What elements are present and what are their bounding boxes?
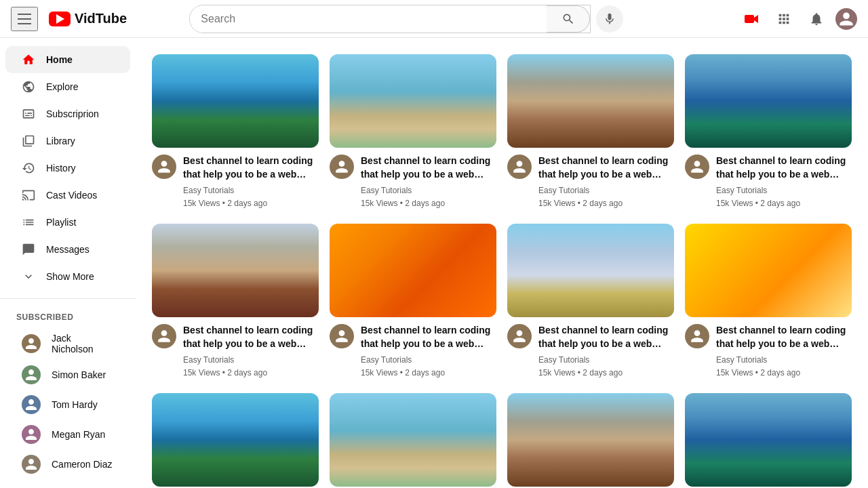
sidebar-label-messages: Messages — [46, 244, 90, 255]
video-stats: 15k Views • 2 days ago — [716, 367, 852, 380]
header-right — [738, 5, 857, 33]
layout: Home Explore Subscriprion Library Histor… — [0, 0, 868, 488]
notifications-button[interactable] — [803, 5, 830, 33]
video-title: Best channel to learn coding that help y… — [538, 155, 674, 181]
video-stats: 15k Views • 2 days ago — [183, 367, 319, 380]
sidebar-item-showmore[interactable]: Show More — [5, 263, 130, 290]
video-stats: 15k Views • 2 days ago — [361, 367, 496, 380]
avatar[interactable] — [835, 8, 857, 30]
explore-icon — [22, 80, 35, 94]
sidebar-item-playlist[interactable]: Playlist — [5, 209, 130, 236]
sidebar-item-cast[interactable]: Cast Videos — [5, 182, 130, 209]
video-thumbnail — [507, 54, 674, 148]
menu-button[interactable] — [11, 7, 38, 31]
sidebar-item-explore[interactable]: Explore — [5, 73, 130, 100]
channel-avatar — [507, 155, 532, 179]
video-channel: Easy Tutorials — [538, 184, 674, 197]
video-thumbnail — [507, 224, 674, 317]
video-card[interactable]: Best channel to learn coding that help y… — [685, 224, 852, 382]
search-button[interactable] — [547, 5, 590, 33]
video-channel: Easy Tutorials — [538, 354, 674, 367]
subscribed-item-simon[interactable]: Simon Baker — [5, 360, 130, 390]
video-card[interactable]: Best channel to learn coding that help y… — [330, 393, 496, 488]
main-content: Best channel to learn coding that help y… — [136, 38, 868, 488]
subscribed-name-cameron: Cameron Diaz — [52, 459, 112, 470]
logo[interactable]: VidTube — [49, 11, 127, 26]
video-details: Best channel to learn coding that help y… — [183, 324, 319, 380]
playlist-icon — [22, 216, 35, 229]
sidebar-item-library[interactable]: Library — [5, 127, 130, 155]
sidebar-item-messages[interactable]: Messages — [5, 236, 130, 263]
subscribed-item-tom[interactable]: Tom Hardy — [5, 390, 130, 420]
home-icon — [22, 53, 35, 66]
bell-icon — [809, 12, 824, 26]
search-icon — [561, 12, 575, 26]
video-details: Best channel to learn coding that help y… — [716, 155, 852, 210]
video-thumbnail — [685, 54, 852, 148]
sidebar-label-explore: Explore — [46, 81, 78, 92]
sidebar: Home Explore Subscriprion Library Histor… — [0, 38, 136, 488]
logo-play-icon — [56, 14, 64, 24]
sidebar-label-showmore: Show More — [46, 271, 94, 282]
subscribed-item-megan[interactable]: Megan Ryan — [5, 420, 130, 449]
video-card[interactable]: Best channel to learn coding that help y… — [330, 54, 496, 213]
video-card[interactable]: Best channel to learn coding that help y… — [685, 54, 852, 213]
video-card[interactable]: Best channel to learn coding that help y… — [330, 224, 496, 382]
video-card[interactable]: Best channel to learn coding that help y… — [152, 224, 319, 382]
video-info: Best channel to learn coding that help y… — [685, 148, 852, 213]
logo-text: VidTube — [75, 11, 127, 26]
sub-avatar-megan — [22, 425, 41, 444]
video-info: Best channel to learn coding that help y… — [507, 148, 674, 213]
video-card[interactable]: Best channel to learn coding that help y… — [152, 393, 319, 488]
subscribed-item-jack[interactable]: Jack Nicholson — [5, 327, 130, 360]
search-area — [189, 5, 623, 33]
subscribed-name-megan: Megan Ryan — [52, 429, 105, 440]
video-stats: 15k Views • 2 days ago — [183, 197, 319, 210]
video-title: Best channel to learn coding that help y… — [361, 324, 496, 350]
create-icon — [743, 11, 760, 27]
apps-button[interactable] — [770, 5, 797, 33]
mic-icon — [603, 12, 616, 26]
messages-icon — [22, 243, 35, 256]
sidebar-label-playlist: Playlist — [46, 217, 76, 228]
video-card[interactable]: Best channel to learn coding that help y… — [507, 54, 674, 213]
sidebar-item-home[interactable]: Home — [5, 46, 130, 73]
video-info: Best channel to learn coding that help y… — [330, 148, 496, 213]
history-icon — [22, 161, 35, 175]
video-details: Best channel to learn coding that help y… — [538, 155, 674, 210]
video-thumbnail — [152, 54, 319, 148]
video-thumbnail — [152, 393, 319, 487]
search-form — [189, 5, 591, 33]
video-title: Best channel to learn coding that help y… — [361, 155, 496, 181]
video-thumbnail — [685, 224, 852, 317]
header: VidTube — [0, 0, 868, 38]
video-channel: Easy Tutorials — [183, 184, 319, 197]
video-stats: 15k Views • 2 days ago — [538, 197, 674, 210]
sidebar-label-home: Home — [46, 54, 73, 65]
channel-avatar — [330, 324, 354, 348]
video-card[interactable]: Best channel to learn coding that help y… — [507, 393, 674, 488]
subscribed-section-title: SUBSCRIBED — [0, 307, 136, 327]
header-left: VidTube — [11, 7, 127, 31]
video-card[interactable]: Best channel to learn coding that help y… — [685, 393, 852, 488]
video-channel: Easy Tutorials — [361, 184, 496, 197]
video-card[interactable]: Best channel to learn coding that help y… — [507, 224, 674, 382]
sidebar-nav: Home Explore Subscriprion Library Histor… — [0, 46, 136, 290]
create-button[interactable] — [738, 5, 765, 33]
subscribed-item-cameron[interactable]: Cameron Diaz — [5, 449, 130, 479]
video-card[interactable]: Best channel to learn coding that help y… — [152, 54, 319, 213]
sidebar-item-subscription[interactable]: Subscriprion — [5, 100, 130, 127]
video-stats: 15k Views • 2 days ago — [361, 197, 496, 210]
search-input[interactable] — [190, 5, 547, 33]
video-channel: Easy Tutorials — [183, 354, 319, 367]
video-details: Best channel to learn coding that help y… — [361, 155, 496, 210]
video-grid: Best channel to learn coding that help y… — [152, 54, 852, 488]
channel-avatar — [152, 155, 176, 179]
mic-button[interactable] — [596, 5, 623, 33]
video-thumbnail — [330, 54, 496, 148]
video-channel: Easy Tutorials — [716, 354, 852, 367]
video-stats: 15k Views • 2 days ago — [538, 367, 674, 380]
sidebar-item-history[interactable]: History — [5, 155, 130, 182]
video-thumbnail — [330, 224, 496, 317]
sub-avatar-cameron — [22, 455, 41, 474]
